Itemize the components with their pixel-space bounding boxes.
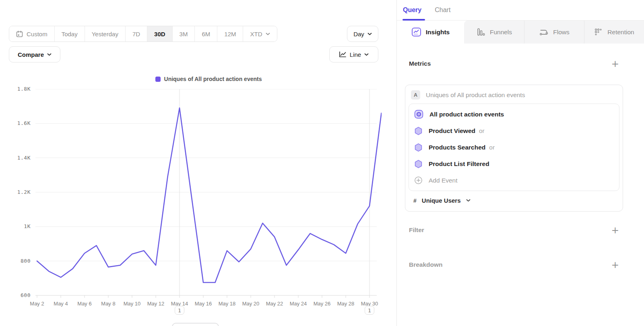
hash-icon: #: [413, 197, 417, 204]
line-chart-icon: [339, 51, 347, 58]
metric-card: A Uniques of All product action events A…: [405, 85, 623, 212]
annotation-badge[interactable]: 1: [365, 306, 374, 315]
y-tick-label: 1.2K: [0, 189, 31, 195]
range-xtd[interactable]: XTD: [243, 26, 277, 42]
y-tick-label: 800: [0, 258, 31, 264]
range-yesterday[interactable]: Yesterday: [85, 26, 126, 42]
range-today[interactable]: Today: [55, 26, 85, 42]
tab-query[interactable]: Query: [403, 6, 421, 14]
add-filter-button[interactable]: +: [611, 226, 619, 234]
line-chart-plot[interactable]: [35, 89, 382, 299]
filter-section-header: Filter +: [409, 226, 619, 234]
event-row-all-product-action-events[interactable]: All product action events: [409, 106, 619, 123]
y-tick-label: 1K: [0, 223, 31, 229]
range-30d-selected[interactable]: 30D: [147, 26, 173, 42]
tab-insights[interactable]: Insights: [397, 21, 464, 44]
plus-circle-icon: [414, 176, 423, 185]
metrics-section-header: Metrics +: [409, 60, 619, 68]
query-builder-panel: Query Chart Insights Funnels: [396, 0, 644, 326]
active-tab-underline: [402, 19, 425, 21]
range-custom-label: Custom: [27, 31, 47, 37]
event-hexagon-icon: [414, 143, 423, 152]
event-group-icon: [414, 110, 423, 119]
annotation-badge[interactable]: 1: [175, 306, 184, 315]
y-tick-label: 600: [0, 292, 31, 298]
chart-legend-item[interactable]: Uniques of All product action events: [35, 76, 382, 82]
x-axis-labels: May 2May 4May 6May 8May 10May 12May 14Ma…: [35, 301, 390, 307]
line-chart-svg: [35, 89, 382, 299]
chevron-down-icon: [47, 53, 52, 56]
insights-icon: [411, 27, 421, 37]
range-12m[interactable]: 12M: [217, 26, 243, 42]
view-tabs: Insights Funnels Flows: [397, 21, 644, 44]
add-breakdown-button[interactable]: +: [611, 261, 619, 269]
breakdown-section-header: Breakdown +: [409, 261, 619, 269]
y-tick-label: 1.8K: [0, 86, 31, 92]
chevron-down-icon: [367, 33, 372, 35]
range-custom[interactable]: Custom: [9, 26, 55, 42]
calendar-icon: [16, 31, 23, 37]
event-hexagon-icon: [414, 127, 423, 135]
series-title: Uniques of All product action events: [426, 91, 525, 99]
panel-header: Query Chart: [397, 0, 644, 21]
range-7d[interactable]: 7D: [126, 26, 147, 42]
range-6m[interactable]: 6M: [195, 26, 217, 42]
legend-label: Uniques of All product action events: [164, 76, 262, 82]
flows-icon: [539, 27, 549, 37]
legend-swatch: [155, 77, 161, 82]
series-badge: A: [411, 90, 420, 100]
tab-chart[interactable]: Chart: [435, 6, 450, 14]
event-row-product-list-filtered[interactable]: Product List Filtered: [409, 156, 619, 172]
range-3m[interactable]: 3M: [173, 26, 195, 42]
add-event-button[interactable]: Add Event: [409, 172, 619, 189]
event-row-products-searched[interactable]: Products Searched or: [409, 139, 619, 156]
tab-retention[interactable]: Retention: [584, 21, 644, 44]
clipped-tooltip-box: [172, 323, 219, 326]
retention-icon: [594, 28, 603, 37]
tab-flows[interactable]: Flows: [524, 21, 584, 44]
funnels-icon: [476, 27, 485, 37]
event-hexagon-icon: [414, 160, 423, 168]
metrics-title: Metrics: [409, 60, 431, 67]
event-row-product-viewed[interactable]: Product Viewed or: [409, 123, 619, 139]
y-tick-label: 1.6K: [0, 120, 31, 126]
metric-series-header[interactable]: A Uniques of All product action events: [405, 85, 623, 104]
filter-title: Filter: [409, 226, 424, 234]
chevron-down-icon: [466, 199, 471, 202]
date-range-control: Custom Today Yesterday 7D 30D 3M 6M 12M …: [9, 26, 277, 42]
chevron-down-icon: [266, 33, 270, 35]
measure-dropdown[interactable]: # Unique Users: [405, 191, 623, 210]
granularity-dropdown[interactable]: Day: [347, 26, 378, 42]
tab-funnels[interactable]: Funnels: [464, 21, 524, 44]
compare-dropdown[interactable]: Compare: [9, 46, 60, 62]
breakdown-title: Breakdown: [409, 261, 443, 268]
y-tick-label: 1.4K: [0, 155, 31, 161]
events-card: All product action events Product Viewed…: [409, 104, 619, 191]
chevron-down-icon: [364, 53, 369, 56]
add-metric-button[interactable]: +: [611, 60, 619, 68]
chart-type-dropdown[interactable]: Line: [329, 46, 378, 62]
